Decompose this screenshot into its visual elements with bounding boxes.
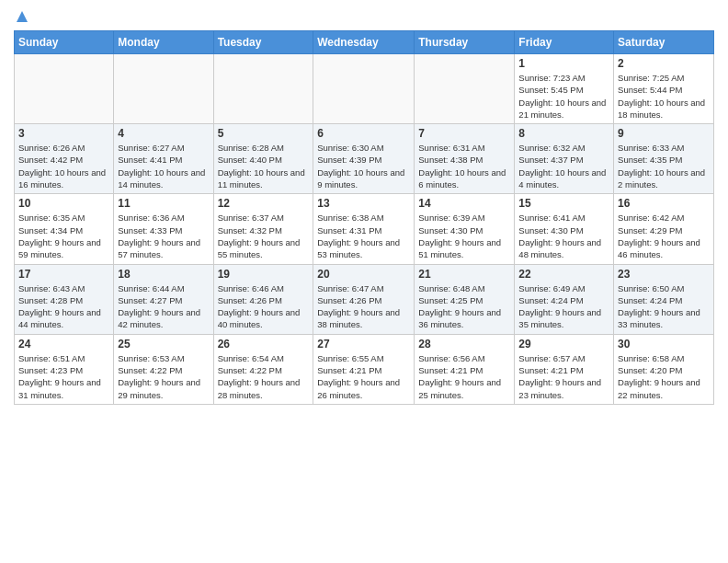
day-number: 23 — [618, 268, 710, 281]
calendar-cell: 24Sunrise: 6:51 AM Sunset: 4:23 PM Dayli… — [15, 334, 114, 404]
week-row-0: 1Sunrise: 7:23 AM Sunset: 5:45 PM Daylig… — [15, 54, 714, 124]
day-number: 29 — [518, 338, 609, 350]
day-info: Sunrise: 6:36 AM Sunset: 4:33 PM Dayligh… — [118, 212, 209, 260]
day-number: 6 — [317, 127, 410, 140]
day-number: 12 — [218, 197, 310, 210]
calendar-cell: 17Sunrise: 6:43 AM Sunset: 4:28 PM Dayli… — [15, 264, 114, 334]
calendar-cell: 10Sunrise: 6:35 AM Sunset: 4:34 PM Dayli… — [15, 194, 114, 264]
week-row-1: 3Sunrise: 6:26 AM Sunset: 4:42 PM Daylig… — [15, 124, 714, 194]
day-number: 21 — [418, 268, 510, 281]
header-saturday: Saturday — [614, 31, 714, 54]
day-number: 15 — [518, 197, 609, 210]
calendar-cell: 12Sunrise: 6:37 AM Sunset: 4:32 PM Dayli… — [213, 194, 313, 264]
day-info: Sunrise: 6:35 AM Sunset: 4:34 PM Dayligh… — [18, 212, 109, 260]
day-number: 14 — [418, 197, 510, 210]
header-tuesday: Tuesday — [213, 31, 313, 54]
calendar-cell — [415, 54, 515, 124]
calendar-cell — [313, 54, 415, 124]
day-info: Sunrise: 6:39 AM Sunset: 4:30 PM Dayligh… — [418, 212, 510, 260]
day-info: Sunrise: 6:49 AM Sunset: 4:24 PM Dayligh… — [518, 282, 609, 331]
week-row-3: 17Sunrise: 6:43 AM Sunset: 4:28 PM Dayli… — [15, 264, 714, 334]
day-info: Sunrise: 6:58 AM Sunset: 4:20 PM Dayligh… — [618, 352, 710, 401]
calendar-cell: 2Sunrise: 7:25 AM Sunset: 5:44 PM Daylig… — [614, 54, 714, 124]
day-number: 26 — [218, 338, 310, 350]
calendar-cell: 3Sunrise: 6:26 AM Sunset: 4:42 PM Daylig… — [15, 124, 114, 194]
day-info: Sunrise: 6:26 AM Sunset: 4:42 PM Dayligh… — [18, 142, 109, 190]
logo — [14, 9, 28, 23]
calendar-cell: 23Sunrise: 6:50 AM Sunset: 4:24 PM Dayli… — [614, 264, 714, 334]
day-number: 30 — [618, 338, 710, 350]
day-info: Sunrise: 6:28 AM Sunset: 4:40 PM Dayligh… — [218, 142, 310, 190]
logo-text — [14, 9, 28, 23]
calendar-cell: 18Sunrise: 6:44 AM Sunset: 4:27 PM Dayli… — [114, 264, 213, 334]
day-number: 22 — [518, 268, 609, 281]
day-number: 7 — [418, 127, 510, 140]
day-number: 4 — [118, 127, 209, 140]
day-info: Sunrise: 6:32 AM Sunset: 4:37 PM Dayligh… — [518, 142, 609, 190]
header-thursday: Thursday — [415, 31, 515, 54]
day-info: Sunrise: 6:46 AM Sunset: 4:26 PM Dayligh… — [218, 282, 310, 331]
header-monday: Monday — [114, 31, 213, 54]
svg-marker-0 — [17, 11, 28, 22]
day-number: 2 — [618, 57, 710, 70]
calendar-cell — [114, 54, 213, 124]
day-info: Sunrise: 6:31 AM Sunset: 4:38 PM Dayligh… — [418, 142, 510, 190]
day-info: Sunrise: 6:53 AM Sunset: 4:22 PM Dayligh… — [118, 352, 209, 401]
calendar-cell: 9Sunrise: 6:33 AM Sunset: 4:35 PM Daylig… — [614, 124, 714, 194]
day-info: Sunrise: 6:55 AM Sunset: 4:21 PM Dayligh… — [317, 352, 410, 401]
calendar-cell: 5Sunrise: 6:28 AM Sunset: 4:40 PM Daylig… — [213, 124, 313, 194]
day-info: Sunrise: 6:47 AM Sunset: 4:26 PM Dayligh… — [317, 282, 410, 331]
weekday-header-row: Sunday Monday Tuesday Wednesday Thursday… — [15, 31, 714, 54]
calendar-cell: 27Sunrise: 6:55 AM Sunset: 4:21 PM Dayli… — [313, 334, 415, 404]
day-info: Sunrise: 6:33 AM Sunset: 4:35 PM Dayligh… — [618, 142, 710, 190]
header-wednesday: Wednesday — [313, 31, 415, 54]
day-number: 13 — [317, 197, 410, 210]
day-number: 20 — [317, 268, 410, 281]
day-info: Sunrise: 7:25 AM Sunset: 5:44 PM Dayligh… — [618, 72, 710, 121]
day-number: 3 — [18, 127, 109, 140]
day-info: Sunrise: 6:41 AM Sunset: 4:30 PM Dayligh… — [518, 212, 609, 260]
day-info: Sunrise: 7:23 AM Sunset: 5:45 PM Dayligh… — [518, 72, 609, 121]
calendar-cell: 19Sunrise: 6:46 AM Sunset: 4:26 PM Dayli… — [213, 264, 313, 334]
calendar-cell: 11Sunrise: 6:36 AM Sunset: 4:33 PM Dayli… — [114, 194, 213, 264]
week-row-2: 10Sunrise: 6:35 AM Sunset: 4:34 PM Dayli… — [15, 194, 714, 264]
calendar-cell: 6Sunrise: 6:30 AM Sunset: 4:39 PM Daylig… — [313, 124, 415, 194]
calendar-cell: 29Sunrise: 6:57 AM Sunset: 4:21 PM Dayli… — [515, 334, 614, 404]
day-info: Sunrise: 6:57 AM Sunset: 4:21 PM Dayligh… — [518, 352, 609, 401]
calendar-cell: 4Sunrise: 6:27 AM Sunset: 4:41 PM Daylig… — [114, 124, 213, 194]
calendar: Sunday Monday Tuesday Wednesday Thursday… — [14, 30, 714, 405]
page: Sunday Monday Tuesday Wednesday Thursday… — [0, 0, 728, 563]
day-number: 9 — [618, 127, 710, 140]
calendar-cell: 1Sunrise: 7:23 AM Sunset: 5:45 PM Daylig… — [515, 54, 614, 124]
day-number: 16 — [618, 197, 710, 210]
calendar-cell: 22Sunrise: 6:49 AM Sunset: 4:24 PM Dayli… — [515, 264, 614, 334]
day-info: Sunrise: 6:50 AM Sunset: 4:24 PM Dayligh… — [618, 282, 710, 331]
header-area — [14, 9, 714, 23]
calendar-cell: 7Sunrise: 6:31 AM Sunset: 4:38 PM Daylig… — [415, 124, 515, 194]
header-friday: Friday — [515, 31, 614, 54]
day-number: 28 — [418, 338, 510, 350]
day-info: Sunrise: 6:54 AM Sunset: 4:22 PM Dayligh… — [218, 352, 310, 401]
day-info: Sunrise: 6:51 AM Sunset: 4:23 PM Dayligh… — [18, 352, 109, 401]
calendar-cell: 21Sunrise: 6:48 AM Sunset: 4:25 PM Dayli… — [415, 264, 515, 334]
day-info: Sunrise: 6:27 AM Sunset: 4:41 PM Dayligh… — [118, 142, 209, 190]
day-info: Sunrise: 6:43 AM Sunset: 4:28 PM Dayligh… — [18, 282, 109, 331]
calendar-cell: 30Sunrise: 6:58 AM Sunset: 4:20 PM Dayli… — [614, 334, 714, 404]
day-info: Sunrise: 6:44 AM Sunset: 4:27 PM Dayligh… — [118, 282, 209, 331]
calendar-cell: 20Sunrise: 6:47 AM Sunset: 4:26 PM Dayli… — [313, 264, 415, 334]
calendar-cell: 13Sunrise: 6:38 AM Sunset: 4:31 PM Dayli… — [313, 194, 415, 264]
day-number: 19 — [218, 268, 310, 281]
day-number: 18 — [118, 268, 209, 281]
calendar-cell: 15Sunrise: 6:41 AM Sunset: 4:30 PM Dayli… — [515, 194, 614, 264]
day-number: 5 — [218, 127, 310, 140]
day-number: 27 — [317, 338, 410, 350]
calendar-cell: 26Sunrise: 6:54 AM Sunset: 4:22 PM Dayli… — [213, 334, 313, 404]
day-number: 17 — [18, 268, 109, 281]
day-info: Sunrise: 6:48 AM Sunset: 4:25 PM Dayligh… — [418, 282, 510, 331]
calendar-cell — [15, 54, 114, 124]
day-number: 24 — [18, 338, 109, 350]
calendar-cell — [213, 54, 313, 124]
day-number: 1 — [518, 57, 609, 70]
calendar-cell: 8Sunrise: 6:32 AM Sunset: 4:37 PM Daylig… — [515, 124, 614, 194]
day-number: 8 — [518, 127, 609, 140]
